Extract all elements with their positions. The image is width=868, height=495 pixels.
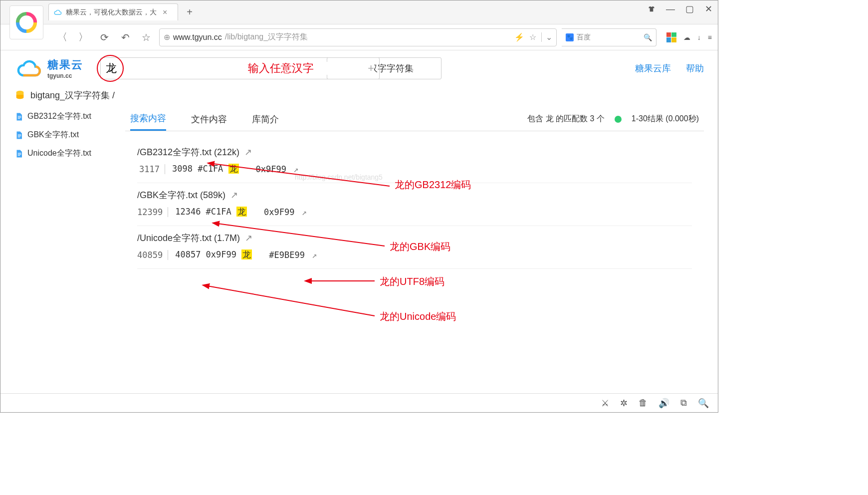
browser-tab[interactable]: 糖果云，可视化大数据云，大 × (48, 3, 178, 20)
file-icon (14, 112, 23, 121)
header-links: 糖果云库 帮助 (635, 62, 704, 74)
line-prefix: 40857 0x9F99 (175, 249, 241, 259)
svg-rect-2 (18, 116, 21, 116)
forward-button[interactable]: 〉 (75, 29, 91, 45)
annotation-unicode: 龙的Unicode编码 (380, 310, 456, 323)
minimize-button[interactable]: — (665, 3, 676, 14)
menu-icon[interactable]: ≡ (708, 33, 712, 41)
file-sidebar: GB2312全字符.txt GBK全字符.txt Unicode全字符.txt (14, 107, 119, 278)
search-status-icon[interactable]: 🔍 (698, 398, 709, 409)
line-suffix: #E9BE99 (269, 250, 305, 260)
logo-en: tgyun.cc (47, 72, 83, 79)
site-logo[interactable]: 糖果云 tgyun.cc (14, 57, 83, 79)
tshirt-icon[interactable] (646, 3, 657, 14)
svg-rect-10 (18, 155, 20, 156)
external-link-icon[interactable]: ↗ (301, 207, 306, 217)
file-icon (14, 131, 23, 140)
line-number: 12399 (137, 207, 168, 217)
result-info: 1-30结果 (0.000秒) (632, 114, 699, 124)
url-host: www.tgyun.cc (173, 33, 222, 42)
result-file-title[interactable]: /GBK全字符.txt (589k) (137, 189, 225, 201)
crossed-icon[interactable]: ⚔ (601, 398, 609, 409)
toolbar-right: ☁ ↓ ≡ (666, 32, 712, 42)
logo-cn: 糖果云 (47, 57, 83, 72)
line-suffix: 0x9F99 (264, 207, 294, 217)
link-help[interactable]: 帮助 (686, 62, 704, 74)
svg-rect-5 (18, 134, 21, 135)
shield-icon: ⊕ (164, 32, 170, 42)
highlight: 龙 (241, 249, 252, 259)
breadcrumb: bigtang_汉字字符集 / (0, 86, 718, 107)
url-bar[interactable]: ⊕ www.tgyun.cc/lib/bigtang_汉字字符集 ⚡ ☆ ⌄ (159, 28, 557, 46)
close-button[interactable]: ✕ (703, 3, 714, 14)
database-icon (14, 90, 25, 101)
external-link-icon[interactable]: ↗ (245, 233, 252, 244)
sidebar-file-item[interactable]: Unicode全字符.txt (14, 144, 119, 163)
download-icon[interactable]: ↓ (697, 33, 701, 41)
search-engine-name: 百度 (577, 33, 591, 42)
tab-strip: 糖果云，可视化大数据云，大 × + (48, 0, 197, 21)
maximize-button[interactable]: ▢ (684, 3, 695, 14)
breadcrumb-text[interactable]: bigtang_汉字字符集 / (30, 89, 115, 101)
file-icon (14, 149, 23, 158)
external-link-icon[interactable]: ↗ (230, 190, 238, 201)
external-link-icon[interactable]: ↗ (293, 164, 298, 174)
result-file-title[interactable]: /GB2312全字符.txt (212k) (137, 146, 239, 158)
restore-icon[interactable]: ⧉ (680, 398, 687, 408)
undo-button[interactable]: ↶ (117, 29, 133, 45)
search-result: /Unicode全字符.txt (1.7M) ↗ 40859 40857 0x9… (137, 226, 692, 269)
tab-close-icon[interactable]: × (163, 8, 167, 17)
svg-line-14 (208, 286, 375, 316)
results-list: /GB2312全字符.txt (212k) ↗ 3117 3098 #C1FA … (125, 131, 704, 278)
content-tabs: 搜索内容 文件内容 库简介 包含 龙 的匹配数 3 个 1-30结果 (0.00… (125, 107, 704, 131)
external-link-icon[interactable]: ↗ (244, 147, 252, 158)
search-icon[interactable]: 🔍 (644, 33, 652, 41)
file-name: Unicode全字符.txt (27, 148, 91, 159)
page-body: 糖果云 tgyun.cc + 输入任意汉字 bigtang_汉字字符集 糖果云库… (0, 50, 718, 278)
browser-search-box[interactable]: 🐾 百度 🔍 (562, 28, 656, 46)
line-prefix: 3098 #C1FA (172, 164, 228, 174)
search-result: /GBK全字符.txt (589k) ↗ 12399 12346 #C1FA 龙… (137, 183, 692, 226)
cloud-icon[interactable]: ☁ (683, 33, 690, 41)
sidebar-file-item[interactable]: GB2312全字符.txt (14, 107, 119, 126)
add-icon[interactable]: + (368, 62, 374, 75)
back-button[interactable]: 〈 (54, 29, 70, 45)
search-result: /GB2312全字符.txt (212k) ↗ 3117 3098 #C1FA … (137, 140, 692, 183)
external-link-icon[interactable]: ↗ (312, 250, 317, 260)
main-area: GB2312全字符.txt GBK全字符.txt Unicode全字符.txt … (0, 107, 718, 278)
browser-toolbar: 〈 〉 ⟳ ↶ ☆ ⊕ www.tgyun.cc/lib/bigtang_汉字字… (0, 24, 718, 50)
apps-icon[interactable] (666, 32, 676, 42)
flash-icon[interactable]: ⚡ (514, 32, 524, 42)
cloud-logo-icon (14, 57, 42, 79)
new-tab-button[interactable]: + (182, 4, 197, 19)
file-name: GB2312全字符.txt (27, 111, 91, 122)
tab-library-intro[interactable]: 库简介 (252, 108, 279, 130)
sound-icon[interactable]: 🔊 (658, 398, 669, 409)
result-file-title[interactable]: /Unicode全字符.txt (1.7M) (137, 232, 240, 244)
tab-title: 糖果云，可视化大数据云，大 (66, 8, 157, 17)
cloud-favicon-icon (54, 8, 62, 16)
browser-logo (9, 5, 43, 39)
window-controls: — ▢ ✕ (646, 3, 714, 14)
svg-rect-8 (18, 153, 21, 153)
svg-rect-9 (18, 154, 21, 154)
bookmark-star-icon[interactable]: ☆ (529, 32, 536, 42)
svg-rect-6 (18, 135, 21, 136)
sidebar-file-item[interactable]: GBK全字符.txt (14, 126, 119, 144)
site-header: 糖果云 tgyun.cc + 输入任意汉字 bigtang_汉字字符集 糖果云库… (0, 50, 718, 86)
star-button[interactable]: ☆ (138, 29, 154, 45)
baidu-icon: 🐾 (566, 33, 574, 41)
dropdown-icon[interactable]: ⌄ (541, 32, 552, 42)
main-search-box[interactable]: + (100, 57, 380, 79)
search-input[interactable] (106, 62, 374, 75)
status-dot-icon (615, 116, 622, 123)
file-name: GBK全字符.txt (27, 130, 79, 140)
link-library[interactable]: 糖果云库 (635, 62, 671, 74)
tab-search-content[interactable]: 搜索内容 (130, 107, 166, 131)
trash-icon[interactable]: 🗑 (639, 398, 648, 408)
highlight: 龙 (236, 207, 247, 217)
fan-icon[interactable]: ✲ (620, 398, 628, 409)
content-area: 搜索内容 文件内容 库简介 包含 龙 的匹配数 3 个 1-30结果 (0.00… (119, 107, 704, 278)
refresh-button[interactable]: ⟳ (96, 29, 112, 45)
tab-file-content[interactable]: 文件内容 (191, 108, 227, 130)
